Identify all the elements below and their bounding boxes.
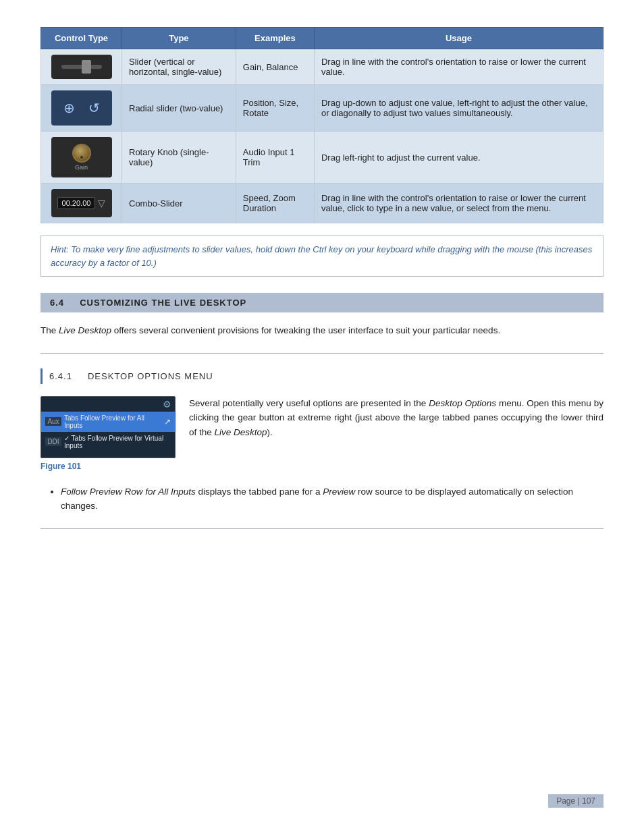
list-item-follow-preview: Follow Preview Row for All Inputs displa… bbox=[61, 485, 603, 514]
rotary-examples-cell: Audio Input 1 Trim bbox=[236, 132, 314, 184]
combo-visual: 00.20.00 ▽ bbox=[51, 189, 112, 217]
rotary-knob-dot bbox=[80, 156, 83, 159]
section-6-4-title: CUSTOMIZING THE LIVE DESKTOP bbox=[80, 298, 246, 308]
hint-text: Hint: To make very fine adjustments to s… bbox=[51, 244, 592, 268]
rotary-label: Gain bbox=[75, 164, 88, 171]
desktop-options-description: Several potentially very useful options … bbox=[189, 396, 603, 471]
section-6-4-intro: The Live Desktop offers several convenie… bbox=[41, 323, 603, 338]
radial-usage-cell: Drag up-down to adjust one value, left-r… bbox=[314, 85, 603, 132]
combo-examples-cell: Speed, Zoom Duration bbox=[236, 184, 314, 223]
combo-type-cell: Combo-Slider bbox=[122, 184, 236, 223]
slider-track bbox=[61, 65, 102, 69]
rotary-usage-cell: Drag left-right to adjust the current va… bbox=[314, 132, 603, 184]
section-6-4-1-heading: 6.4.1 DESKTOP OPTIONS MENU bbox=[41, 368, 603, 384]
hint-box: Hint: To make very fine adjustments to s… bbox=[41, 236, 603, 277]
bullet-italic-2: Preview bbox=[323, 487, 355, 497]
slider-thumb bbox=[82, 60, 91, 74]
live-desktop-italic: Live Desktop bbox=[59, 325, 111, 335]
bullet-rest-1: displays the tabbed pane for a bbox=[196, 487, 323, 497]
desktop-screenshot: ⚙ Aux Tabs Follow Preview for All Inputs… bbox=[41, 396, 176, 458]
menu-cursor-icon: ↗ bbox=[164, 417, 171, 426]
section-6-4-intro-rest: offers several convenient provisions for… bbox=[114, 325, 500, 335]
menu-item-2: DDI ✓ Tabs Follow Preview for Virtual In… bbox=[41, 432, 175, 452]
slider-visual bbox=[51, 55, 112, 79]
table-row: ⊕ ↺ Radial slider (two-value) Position, … bbox=[41, 85, 603, 132]
bullet-italic-1: Follow Preview Row for All Inputs bbox=[61, 487, 196, 497]
figure-101-label: Figure 101 bbox=[41, 462, 176, 471]
desktop-options-figure: ⚙ Aux Tabs Follow Preview for All Inputs… bbox=[41, 396, 176, 471]
col-header-type: Type bbox=[122, 28, 236, 49]
slider-usage-cell: Drag in line with the control's orientat… bbox=[314, 49, 603, 85]
screenshot-bottom-bar bbox=[41, 452, 175, 458]
menu-item-1-label: Tabs Follow Preview for All Inputs bbox=[64, 414, 161, 429]
col-header-control-type: Control Type bbox=[41, 28, 122, 49]
menu-item-2-label: ✓ Tabs Follow Preview for Virtual Inputs bbox=[64, 435, 171, 449]
section-6-4-number: 6.4 bbox=[50, 298, 64, 308]
radial-icon-move: ⊕ bbox=[63, 100, 75, 116]
table-row: Slider (vertical or horizontal, single-v… bbox=[41, 49, 603, 85]
options-end-text: ). bbox=[267, 427, 273, 437]
combo-value: 00.20.00 bbox=[57, 197, 95, 209]
slider-image-cell bbox=[41, 49, 122, 85]
divider-1 bbox=[41, 353, 603, 354]
slider-type-cell: Slider (vertical or horizontal, single-v… bbox=[122, 49, 236, 85]
combo-usage-cell: Drag in line with the control's orientat… bbox=[314, 184, 603, 223]
rotary-type-cell: Rotary Knob (single-value) bbox=[122, 132, 236, 184]
live-desktop-ref: Live Desktop bbox=[215, 427, 267, 437]
section-6-4-1-title: DESKTOP OPTIONS MENU bbox=[88, 371, 213, 381]
options-intro-text: Several potentially very useful options … bbox=[189, 398, 429, 408]
rotary-visual: Gain bbox=[51, 137, 112, 177]
screenshot-top-bar: ⚙ bbox=[41, 397, 175, 412]
gear-icon: ⚙ bbox=[163, 399, 171, 410]
radial-icon-rotate: ↺ bbox=[88, 100, 100, 116]
radial-type-cell: Radial slider (two-value) bbox=[122, 85, 236, 132]
divider-2 bbox=[41, 528, 603, 529]
page-number: Page | 107 bbox=[548, 794, 603, 808]
features-list: Follow Preview Row for All Inputs displa… bbox=[61, 485, 603, 514]
table-row: Gain Rotary Knob (single-value) Audio In… bbox=[41, 132, 603, 184]
radial-examples-cell: Position, Size, Rotate bbox=[236, 85, 314, 132]
radial-visual: ⊕ ↺ bbox=[51, 90, 112, 126]
section-6-4-1-number: 6.4.1 bbox=[49, 371, 72, 381]
combo-image-cell: 00.20.00 ▽ bbox=[41, 184, 122, 223]
rotary-image-cell: Gain bbox=[41, 132, 122, 184]
menu-tag-ddi: DDI bbox=[45, 437, 61, 446]
combo-arrow-icon: ▽ bbox=[98, 198, 105, 209]
desktop-options-menu-name: Desktop Options bbox=[429, 398, 496, 408]
control-type-table: Control Type Type Examples Usage Slider … bbox=[41, 27, 603, 223]
rotary-knob bbox=[72, 144, 91, 163]
col-header-examples: Examples bbox=[236, 28, 314, 49]
radial-image-cell: ⊕ ↺ bbox=[41, 85, 122, 132]
table-row: 00.20.00 ▽ Combo-Slider Speed, Zoom Dura… bbox=[41, 184, 603, 223]
section-6-4-heading: 6.4 CUSTOMIZING THE LIVE DESKTOP bbox=[41, 293, 603, 312]
desktop-options-layout: ⚙ Aux Tabs Follow Preview for All Inputs… bbox=[41, 396, 603, 471]
slider-examples-cell: Gain, Balance bbox=[236, 49, 314, 85]
col-header-usage: Usage bbox=[314, 28, 603, 49]
menu-tag-aux: Aux bbox=[45, 417, 61, 426]
menu-item-1: Aux Tabs Follow Preview for All Inputs ↗ bbox=[41, 412, 175, 432]
